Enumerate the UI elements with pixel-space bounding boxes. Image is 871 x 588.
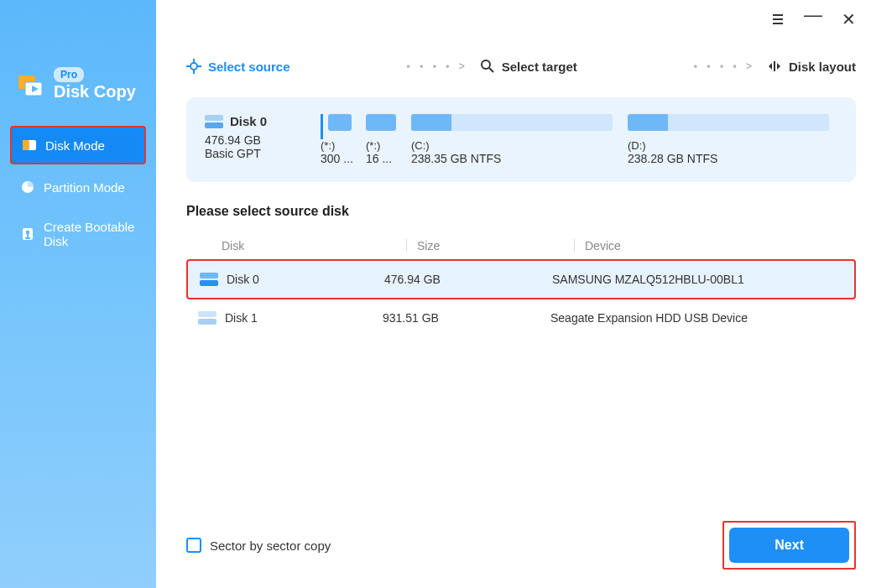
pro-badge: Pro <box>54 67 84 82</box>
disk-row-device: Seagate Expansion HDD USB Device <box>550 311 851 325</box>
step-label: Select target <box>502 60 577 74</box>
partition-mode-icon <box>20 180 35 195</box>
sidebar-item-label: Create Bootable Disk <box>44 220 136 248</box>
svg-rect-8 <box>26 231 29 234</box>
disk-mode-icon <box>22 138 37 153</box>
svg-marker-21 <box>769 63 772 70</box>
disk-type: Basic GPT <box>205 147 314 160</box>
col-size: Size <box>406 239 574 252</box>
next-button-highlight: Next <box>722 521 856 570</box>
close-icon[interactable]: ✕ <box>841 9 856 29</box>
partition-drive: (*:) <box>321 139 359 152</box>
sidebar-item-disk-mode[interactable]: Disk Mode <box>10 126 146 164</box>
svg-rect-29 <box>198 319 216 325</box>
sidebar-item-partition-mode[interactable]: Partition Mode <box>10 169 146 205</box>
menu-icon[interactable] <box>770 12 785 27</box>
partition-drive: (*:) <box>366 139 404 152</box>
disk-row-size: 476.94 GB <box>384 273 552 286</box>
checkbox-icon <box>186 538 201 553</box>
partition-size: 238.35 GB NTFS <box>411 152 621 165</box>
minimize-icon[interactable]: — <box>806 4 821 26</box>
disk-row-device: SAMSUNG MZALQ512HBLU-00BL1 <box>552 273 849 286</box>
partition-1: (*:) 16 ... <box>366 114 404 165</box>
main-panel: — ✕ Select source • • • • > Select targe… <box>156 0 871 588</box>
partition-2: (C:) 238.35 GB NTFS <box>411 114 621 165</box>
partition-0: (*:) 300 ... <box>321 114 359 165</box>
step-bar: Select source • • • • > Select target • … <box>186 54 856 97</box>
window-titlebar: — ✕ <box>156 0 871 39</box>
disk-icon <box>200 273 218 286</box>
svg-rect-28 <box>198 311 216 317</box>
app-logo: Pro Disk Copy <box>17 67 136 101</box>
partition-drive: (D:) <box>628 139 837 152</box>
partition-size: 300 ... <box>321 152 359 165</box>
svg-marker-22 <box>777 63 780 70</box>
step-label: Select source <box>208 60 290 74</box>
col-device: Device <box>574 239 856 252</box>
content-area: Select source • • • • > Select target • … <box>156 39 871 348</box>
partition-size: 238.28 GB NTFS <box>628 152 837 165</box>
step-select-target[interactable]: Select target <box>480 59 577 74</box>
app-title: Disk Copy <box>54 82 136 101</box>
disk-overview-card: Disk 0 476.94 GB Basic GPT (*:) 300 ... … <box>186 97 856 182</box>
step-disk-layout[interactable]: Disk layout <box>767 59 856 74</box>
partition-drive: (C:) <box>411 139 621 152</box>
list-header: Disk Size Device <box>186 232 856 259</box>
sidebar-item-label: Partition Mode <box>44 180 125 195</box>
svg-point-14 <box>190 63 197 70</box>
disk-row-name: Disk 0 <box>227 273 259 286</box>
svg-point-19 <box>482 60 490 69</box>
sidebar-item-label: Disk Mode <box>45 138 105 153</box>
disk-size: 476.94 GB <box>205 133 314 147</box>
search-icon <box>480 59 495 74</box>
disk-list-row[interactable]: Disk 1 931.51 GB Seagate Expansion HDD U… <box>186 299 856 336</box>
list-title: Please select source disk <box>186 204 856 219</box>
sidebar: Pro Disk Copy Disk Mode Partition Mode C… <box>0 0 156 588</box>
svg-rect-5 <box>23 140 29 150</box>
sector-copy-label: Sector by sector copy <box>210 539 331 553</box>
svg-rect-25 <box>205 122 223 128</box>
bootable-icon <box>20 226 35 242</box>
svg-rect-27 <box>200 280 218 286</box>
disk-info-column: Disk 0 476.94 GB Basic GPT <box>205 114 314 165</box>
disk-icon <box>205 115 223 128</box>
disk-icon <box>198 311 216 325</box>
layout-icon <box>767 59 782 74</box>
col-disk: Disk <box>222 239 406 252</box>
disk-name: Disk 0 <box>230 114 267 128</box>
target-icon <box>186 59 201 74</box>
sidebar-item-create-bootable[interactable]: Create Bootable Disk <box>10 210 146 258</box>
svg-rect-26 <box>200 273 218 278</box>
disk-list-row[interactable]: Disk 0 476.94 GB SAMSUNG MZALQ512HBLU-00… <box>186 259 856 299</box>
sector-copy-checkbox[interactable]: Sector by sector copy <box>186 538 331 553</box>
step-separator: • • • • > <box>407 60 468 72</box>
step-separator: • • • • > <box>694 60 755 72</box>
svg-line-20 <box>489 68 493 72</box>
disk-row-name: Disk 1 <box>225 311 258 325</box>
app-icon <box>17 70 45 99</box>
next-button[interactable]: Next <box>729 528 849 563</box>
footer: Sector by sector copy Next <box>186 521 856 570</box>
partition-3: (D:) 238.28 GB NTFS <box>628 114 837 165</box>
svg-rect-24 <box>205 115 223 121</box>
partition-size: 16 ... <box>366 152 404 165</box>
sidebar-nav: Disk Mode Partition Mode Create Bootable… <box>10 126 146 258</box>
step-label: Disk layout <box>789 60 856 74</box>
step-select-source[interactable]: Select source <box>186 59 290 74</box>
disk-row-size: 931.51 GB <box>383 311 550 325</box>
